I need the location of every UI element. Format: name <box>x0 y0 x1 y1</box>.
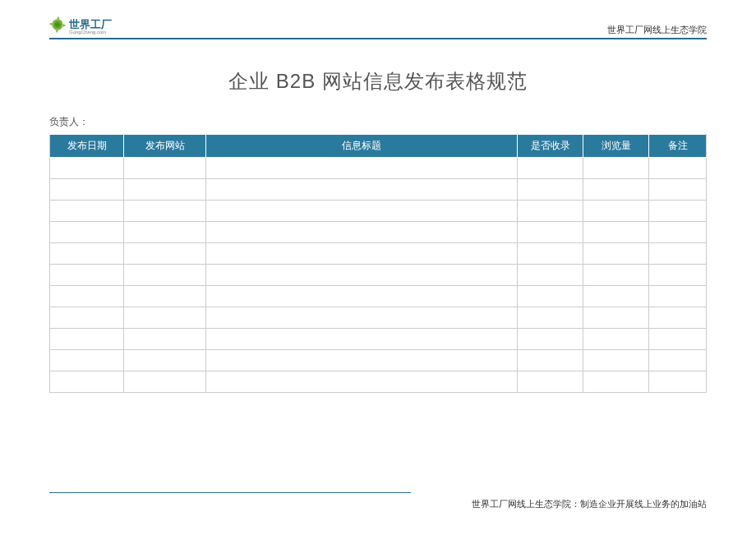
footer-text: 世界工厂网线上生态学院：制造企业开展线上业务的加油站 <box>49 498 707 510</box>
table-cell <box>124 222 206 243</box>
table-cell <box>649 307 707 329</box>
table-cell <box>649 158 707 179</box>
table-cell <box>206 307 518 329</box>
page-title: 企业 B2B 网站信息发布表格规范 <box>49 68 707 95</box>
table-cell <box>50 201 124 222</box>
table-cell <box>649 222 707 243</box>
col-header-title: 信息标题 <box>206 135 518 158</box>
table-row <box>50 371 707 393</box>
table-cell <box>50 222 124 243</box>
table-cell <box>649 243 707 265</box>
table-row <box>50 158 707 179</box>
table-row <box>50 329 707 350</box>
table-cell <box>206 329 518 350</box>
table-cell <box>124 371 206 393</box>
table-row <box>50 222 707 243</box>
table-row <box>50 307 707 329</box>
table-cell <box>518 307 583 329</box>
table-cell <box>649 265 707 286</box>
header-right-text: 世界工厂网线上生态学院 <box>607 24 707 36</box>
table-cell <box>649 201 707 222</box>
table-cell <box>518 350 583 371</box>
table-row <box>50 265 707 286</box>
table-cell <box>649 286 707 307</box>
table-cell <box>124 307 206 329</box>
footer-divider <box>49 492 411 493</box>
table-cell <box>583 329 649 350</box>
table-cell <box>518 286 583 307</box>
table-cell <box>583 222 649 243</box>
col-header-notes: 备注 <box>649 135 707 158</box>
table-cell <box>50 371 124 393</box>
table-cell <box>50 158 124 179</box>
table-cell <box>124 158 206 179</box>
table-cell <box>124 286 206 307</box>
table-cell <box>583 371 649 393</box>
table-cell <box>124 265 206 286</box>
responsible-label: 负责人： <box>49 115 707 129</box>
table-cell <box>206 265 518 286</box>
table-cell <box>583 179 649 201</box>
table-cell <box>50 329 124 350</box>
table-cell <box>583 286 649 307</box>
table-cell <box>583 243 649 265</box>
table-row <box>50 201 707 222</box>
table-cell <box>518 158 583 179</box>
table-row <box>50 350 707 371</box>
table-cell <box>50 307 124 329</box>
table-cell <box>124 179 206 201</box>
logo-text-main: 世界工厂 <box>69 19 112 30</box>
table-cell <box>518 371 583 393</box>
table-header-row: 发布日期 发布网站 信息标题 是否收录 浏览量 备注 <box>50 135 707 158</box>
table-row <box>50 179 707 201</box>
footer: 世界工厂网线上生态学院：制造企业开展线上业务的加油站 <box>49 492 707 510</box>
table-cell <box>124 243 206 265</box>
table-cell <box>206 243 518 265</box>
table-cell <box>124 201 206 222</box>
table-cell <box>518 179 583 201</box>
table-cell <box>518 243 583 265</box>
table-cell <box>518 265 583 286</box>
table-cell <box>206 179 518 201</box>
table-cell <box>649 371 707 393</box>
table-cell <box>583 158 649 179</box>
table-cell <box>649 179 707 201</box>
table-cell <box>518 222 583 243</box>
table-row <box>50 286 707 307</box>
table-cell <box>206 350 518 371</box>
logo-text-sub: GongChang.com <box>69 30 112 35</box>
table-cell <box>50 243 124 265</box>
table-cell <box>583 201 649 222</box>
info-table: 发布日期 发布网站 信息标题 是否收录 浏览量 备注 <box>49 134 707 393</box>
table-cell <box>206 158 518 179</box>
col-header-date: 发布日期 <box>50 135 124 158</box>
table-cell <box>50 350 124 371</box>
table-cell <box>583 265 649 286</box>
table-cell <box>518 329 583 350</box>
col-header-views: 浏览量 <box>583 135 649 158</box>
table-row <box>50 243 707 265</box>
table-cell <box>206 286 518 307</box>
logo: 世界工厂 GongChang.com <box>49 16 112 36</box>
table-cell <box>649 350 707 371</box>
table-cell <box>206 371 518 393</box>
table-cell <box>50 265 124 286</box>
table-cell <box>206 201 518 222</box>
col-header-site: 发布网站 <box>124 135 206 158</box>
header: 世界工厂 GongChang.com 世界工厂网线上生态学院 <box>49 16 707 39</box>
table-cell <box>583 350 649 371</box>
table-cell <box>124 350 206 371</box>
table-cell <box>206 222 518 243</box>
gear-globe-icon <box>49 16 66 36</box>
col-header-indexed: 是否收录 <box>518 135 583 158</box>
table-cell <box>124 329 206 350</box>
table-cell <box>649 329 707 350</box>
table-cell <box>518 201 583 222</box>
table-cell <box>50 179 124 201</box>
table-cell <box>50 286 124 307</box>
table-cell <box>583 307 649 329</box>
